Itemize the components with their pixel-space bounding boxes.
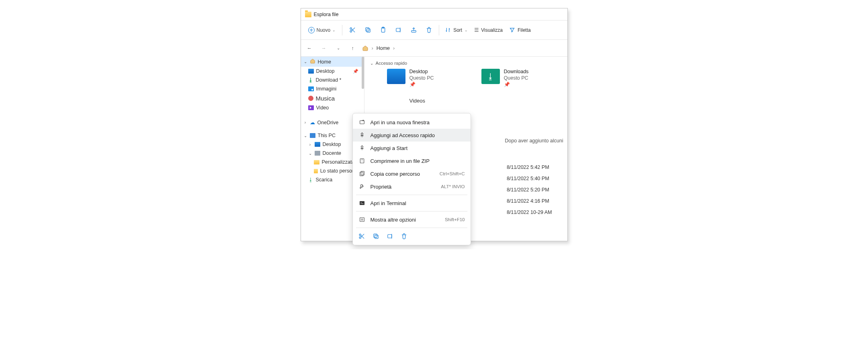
sidebar-item-label: Musica	[316, 95, 335, 102]
tile-name: Desktop	[409, 69, 434, 74]
pc-icon	[310, 133, 315, 138]
sidebar-item-immagini[interactable]: Immagini	[301, 84, 364, 93]
back-button[interactable]: ←	[304, 43, 315, 53]
group-header[interactable]: ⌄ Accesso rapido	[370, 61, 567, 66]
svg-point-1	[350, 31, 352, 32]
share-button[interactable]	[407, 23, 420, 37]
sidebar-item-label: Personalizzata	[322, 159, 355, 165]
chevron-down-icon: ⌄	[332, 28, 336, 32]
new-button[interactable]: Nuovo ⌄	[305, 23, 339, 37]
svg-rect-11	[361, 171, 364, 175]
dates-column: 8/11/2022 5:42 PM 8/11/2022 5:40 PM 8/11…	[507, 164, 552, 215]
sidebar-item-home[interactable]: ⌄ Home	[301, 57, 364, 67]
cm-pin-start[interactable]: Aggiungi a Start	[353, 142, 471, 154]
filter-button[interactable]: Filetta	[507, 27, 533, 33]
breadcrumb-home[interactable]: Home	[377, 45, 390, 51]
svg-point-0	[350, 28, 352, 29]
chevron-down-icon: ⌄	[303, 134, 307, 138]
share-icon	[410, 27, 417, 33]
delete-button[interactable]	[401, 233, 407, 241]
cm-compress-zip[interactable]: Comprimere in un file ZIP	[353, 154, 471, 167]
sidebar-item-label: Docente	[323, 150, 342, 156]
tile-desktop[interactable]: Desktop Questo PC 📌	[387, 69, 459, 87]
forward-button[interactable]: →	[319, 43, 329, 53]
cut-button[interactable]	[358, 233, 365, 241]
cm-open-terminal[interactable]: Apri in Terminal	[353, 197, 471, 210]
sidebar-item-desktop[interactable]: Desktop 📌	[301, 67, 364, 76]
view-button[interactable]: ☰ Visualizza	[472, 27, 505, 33]
svg-rect-13	[360, 218, 364, 221]
cm-label: Aggiungi ad Accesso rapido	[371, 132, 435, 138]
toolbar: Nuovo ⌄ Sort ⌄ ☰ Visualizza	[301, 21, 567, 40]
tile-downloads[interactable]: ⭳ Downloads Questo PC 📌	[481, 69, 554, 87]
filter-icon	[509, 27, 515, 33]
rename-icon	[395, 27, 402, 33]
sort-icon	[445, 27, 451, 33]
svg-rect-17	[373, 234, 377, 238]
sidebar-item-label: Video	[316, 105, 329, 111]
chevron-down-icon: ⌄	[370, 61, 373, 66]
svg-rect-2	[366, 29, 370, 33]
music-icon	[308, 96, 313, 101]
folder-icon	[315, 151, 320, 156]
svg-rect-6	[396, 28, 400, 32]
sidebar-item-download[interactable]: ⭳ Download *	[301, 76, 364, 84]
rename-icon	[387, 233, 393, 240]
svg-point-14	[359, 234, 361, 236]
date-cell: 8/11/2022 5:20 PM	[507, 187, 552, 193]
tile-videos-label[interactable]: Videos	[368, 98, 567, 104]
date-cell: 8/11/2022 10-29 AM	[507, 210, 552, 215]
scrollbar[interactable]	[362, 57, 364, 89]
cm-shortcut: Shift+F10	[445, 217, 465, 222]
cm-shortcut: Ctrl+Shift+C	[440, 171, 465, 176]
titlebar[interactable]: Esplora file	[301, 8, 567, 21]
filter-label: Filetta	[518, 27, 531, 33]
rename-button[interactable]	[391, 23, 405, 37]
cut-button[interactable]	[346, 23, 359, 37]
copy-button[interactable]	[361, 23, 375, 37]
recent-button[interactable]: ⌄	[333, 43, 344, 53]
cloud-icon: ☁	[310, 119, 315, 125]
wrench-icon	[358, 183, 366, 190]
chevron-right-icon: ›	[372, 45, 373, 51]
cm-open-new-window[interactable]: Apri in una nuova finestra	[353, 116, 471, 129]
breadcrumb[interactable]: › Home ›	[362, 45, 395, 51]
separator	[356, 228, 467, 228]
copy-path-icon	[358, 170, 366, 177]
pin-icon	[358, 144, 366, 152]
tile-sub: Questo PC	[504, 75, 529, 81]
sidebar-item-musica[interactable]: Musica	[301, 93, 364, 103]
sidebar-item-label: Desktop	[316, 68, 335, 74]
sidebar-item-label: OneDrive	[317, 120, 339, 125]
pin-icon: 📌	[353, 69, 358, 74]
copy-icon	[373, 233, 379, 240]
cm-label: Copia come percorso	[371, 171, 420, 177]
sidebar-item-video[interactable]: Video	[301, 103, 364, 112]
pin-icon	[358, 131, 366, 139]
file-explorer-window: Esplora file Nuovo ⌄ Sort	[301, 8, 568, 241]
up-button[interactable]: ↑	[348, 43, 358, 53]
sort-button[interactable]: Sort ⌄	[442, 27, 470, 33]
tile-sub: Questo PC	[409, 75, 434, 81]
cm-shortcut: ALT* INVIO	[441, 184, 465, 189]
cm-properties[interactable]: Proprietà ALT* INVIO	[353, 180, 471, 193]
cm-more-options[interactable]: Mostra altre opzioni Shift+F10	[353, 213, 471, 226]
paste-button[interactable]	[376, 23, 390, 37]
view-label: Visualizza	[481, 27, 503, 33]
cm-copy-path[interactable]: Copia come percorso Ctrl+Shift+C	[353, 167, 471, 180]
cm-label: Apri in Terminal	[371, 200, 406, 206]
home-icon	[310, 58, 315, 65]
copy-icon	[364, 27, 371, 33]
delete-button[interactable]	[422, 23, 436, 37]
nav-row: ← → ⌄ ↑ › Home ›	[301, 40, 567, 57]
more-icon	[358, 216, 366, 223]
desktop-icon	[315, 142, 320, 147]
scissors-icon	[358, 233, 365, 240]
terminal-icon	[358, 199, 366, 207]
cm-label: Proprietà	[371, 184, 392, 190]
cm-label: Mostra altre opzioni	[371, 217, 416, 223]
copy-button[interactable]	[373, 233, 379, 241]
cm-pin-quick-access[interactable]: Aggiungi ad Accesso rapido	[353, 129, 471, 142]
rename-button[interactable]	[387, 233, 393, 241]
sidebar-item-label: Scarica	[316, 177, 333, 183]
